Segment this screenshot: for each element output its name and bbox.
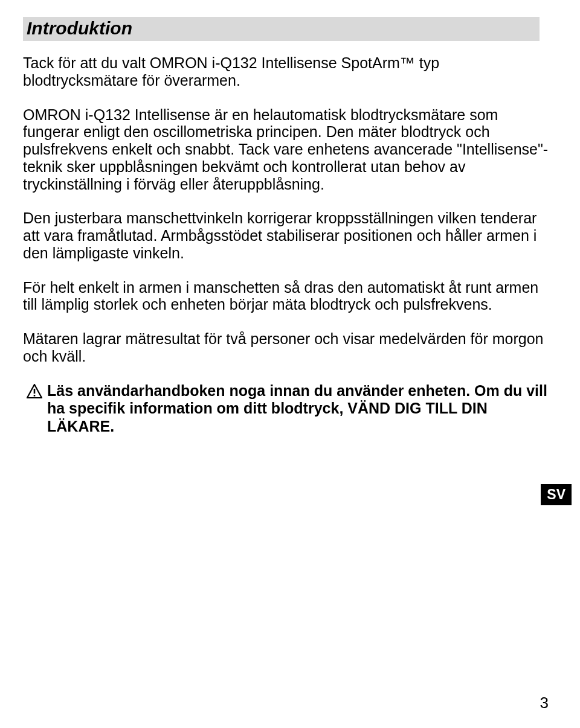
caution-text: Läs användarhandboken noga innan du anvä… [47,382,550,436]
intro-paragraph-5: Mätaren lagrar mätresultat för två perso… [23,330,550,365]
svg-rect-2 [34,395,36,397]
section-heading-bar: Introduktion [23,17,540,41]
section-heading: Introduktion [27,18,536,39]
caution-block: Läs användarhandboken noga innan du anvä… [23,382,550,436]
intro-paragraph-1: Tack för att du valt OMRON i-Q132 Intell… [23,54,550,89]
intro-paragraph-4: För helt enkelt in armen i manschetten s… [23,279,550,314]
svg-rect-1 [34,389,36,394]
caution-triangle-icon [27,384,42,398]
intro-paragraph-2: OMRON i-Q132 Intellisense är en helautom… [23,106,550,193]
page-number: 3 [540,694,549,712]
intro-paragraph-3: Den justerbara manschettvinkeln korriger… [23,209,550,261]
language-tab: SV [541,484,572,505]
